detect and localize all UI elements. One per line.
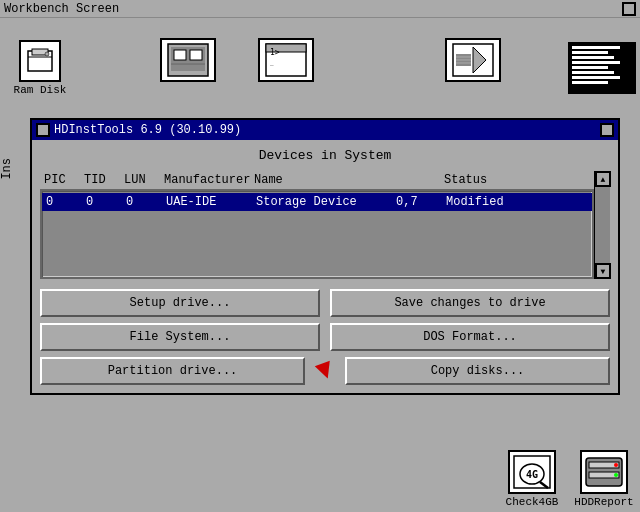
buttons-area: Setup drive... Save changes to drive Fil… <box>40 289 610 385</box>
svg-point-3 <box>45 52 49 56</box>
check4gb-icon-img: 4G <box>508 450 556 494</box>
svg-text:4G: 4G <box>526 469 538 480</box>
dos-format-button[interactable]: DOS Format... <box>330 323 610 351</box>
col-header-manufacturer: Manufacturer <box>164 173 244 187</box>
desktop-icon-3-img: 1> _ <box>258 38 314 82</box>
svg-point-26 <box>614 463 618 467</box>
workbench-close-button[interactable] <box>622 2 636 16</box>
hddreport-icon-img <box>580 450 628 494</box>
window-title: HDInstTools 6.9 (30.10.99) <box>54 123 596 137</box>
setup-drive-button[interactable]: Setup drive... <box>40 289 320 317</box>
hdinsttools-window: HDInstTools 6.9 (30.10.99) Devices in Sy… <box>30 118 620 395</box>
button-row-1: Setup drive... Save changes to drive <box>40 289 610 317</box>
svg-point-27 <box>614 473 618 477</box>
col-header-lun: LUN <box>124 173 154 187</box>
cell-status: Modified <box>446 195 526 209</box>
window-body: Devices in System PIC TID LUN Manufactur… <box>32 140 618 393</box>
check4gb-label: Check4GB <box>506 496 559 508</box>
table-row[interactable]: 0 0 0 UAE-IDE Storage Device 0,7 Modifie… <box>42 193 592 211</box>
cell-extra: 0,7 <box>396 195 436 209</box>
svg-text:1>: 1> <box>270 48 280 57</box>
hddreport-icon[interactable]: HDDReport <box>572 450 636 508</box>
window-maximize-button[interactable] <box>600 123 614 137</box>
col-header-tid: TID <box>84 173 114 187</box>
table-scrollbar[interactable]: ▲ ▼ <box>594 171 610 279</box>
cell-lun: 0 <box>126 195 156 209</box>
col-header-name: Name <box>254 173 384 187</box>
bottom-icons-area: 4G Check4GB HDDReport <box>500 450 636 508</box>
table-header: PIC TID LUN Manufacturer Name Status <box>40 171 594 189</box>
svg-text:_: _ <box>270 58 274 66</box>
desktop-icon-4-img <box>445 38 501 82</box>
file-system-button[interactable]: File System... <box>40 323 320 351</box>
workbench-title: Workbench Screen <box>4 2 119 16</box>
desktop-icon-3[interactable]: 1> _ <box>258 38 314 82</box>
cursor-area <box>315 357 335 385</box>
check4gb-icon[interactable]: 4G Check4GB <box>500 450 564 508</box>
ramdisk-label: Ram Disk <box>14 84 67 96</box>
scrollbar-down-button[interactable]: ▼ <box>595 263 611 279</box>
table-wrapper: PIC TID LUN Manufacturer Name Status 0 0 <box>40 171 594 279</box>
ramdisk-desktop-icon[interactable]: Ram Disk <box>8 40 72 96</box>
partition-drive-button[interactable]: Partition drive... <box>40 357 305 385</box>
desktop-icon-2[interactable] <box>160 38 216 82</box>
cell-name: Storage Device <box>256 195 386 209</box>
scrollbar-track[interactable] <box>595 187 610 263</box>
button-row-2: File System... DOS Format... <box>40 323 610 351</box>
desktop-icon-4[interactable] <box>445 38 501 82</box>
hddreport-label: HDDReport <box>574 496 633 508</box>
cell-tid: 0 <box>86 195 116 209</box>
ramdisk-icon <box>19 40 61 82</box>
desktop-icon-2-img <box>160 38 216 82</box>
button-row-3: Partition drive... Copy disks... <box>40 357 610 385</box>
screen-preview-icon[interactable] <box>568 42 636 94</box>
table-area: PIC TID LUN Manufacturer Name Status 0 0 <box>40 171 610 279</box>
col-header-extra <box>394 173 434 187</box>
svg-rect-6 <box>174 50 186 60</box>
ins-label: Ins <box>0 158 14 180</box>
window-titlebar[interactable]: HDInstTools 6.9 (30.10.99) <box>32 120 618 140</box>
screen-preview-content <box>570 44 634 92</box>
window-close-button[interactable] <box>36 123 50 137</box>
save-changes-button[interactable]: Save changes to drive <box>330 289 610 317</box>
cell-manufacturer: UAE-IDE <box>166 195 246 209</box>
table-body: 0 0 0 UAE-IDE Storage Device 0,7 Modifie… <box>40 189 594 279</box>
mouse-cursor <box>315 361 336 382</box>
desktop: Ram Disk 1> _ <box>0 18 640 512</box>
cell-pic: 0 <box>46 195 76 209</box>
copy-disks-button[interactable]: Copy disks... <box>345 357 610 385</box>
scrollbar-up-button[interactable]: ▲ <box>595 171 611 187</box>
workbench-titlebar: Workbench Screen <box>0 0 640 18</box>
section-title: Devices in System <box>40 148 610 163</box>
svg-rect-7 <box>190 50 202 60</box>
col-header-status: Status <box>444 173 524 187</box>
col-header-pic: PIC <box>44 173 74 187</box>
